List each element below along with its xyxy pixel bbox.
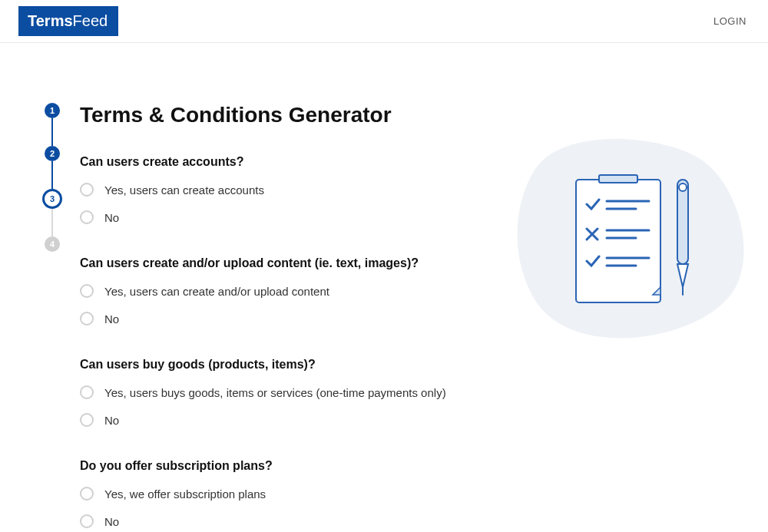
header: TermsFeed LOGIN bbox=[0, 0, 768, 43]
step-4: 4 bbox=[45, 236, 60, 252]
step-1[interactable]: 1 bbox=[45, 103, 60, 118]
logo-prefix: Terms bbox=[28, 12, 73, 30]
logo-suffix: Feed bbox=[73, 12, 108, 30]
option-label: Yes, users can create accounts bbox=[104, 183, 264, 197]
radio-icon bbox=[80, 210, 94, 224]
option-subscriptions-no[interactable]: No bbox=[80, 514, 510, 528]
option-goods-no[interactable]: No bbox=[80, 413, 510, 427]
option-label: No bbox=[104, 211, 119, 224]
svg-rect-0 bbox=[576, 180, 660, 302]
logo[interactable]: TermsFeed bbox=[18, 6, 118, 36]
question-title: Can users buy goods (products, items)? bbox=[80, 358, 510, 372]
checklist-illustration-icon bbox=[507, 135, 753, 350]
option-accounts-yes[interactable]: Yes, users can create accounts bbox=[80, 183, 510, 197]
option-label: Yes, users can create and/or upload cont… bbox=[104, 285, 329, 298]
stepper: 1 2 3 4 bbox=[25, 103, 80, 532]
step-connector bbox=[51, 118, 53, 146]
illustration bbox=[507, 135, 753, 350]
radio-icon bbox=[80, 385, 94, 399]
step-connector bbox=[51, 161, 53, 189]
radio-icon bbox=[80, 413, 94, 427]
option-goods-yes[interactable]: Yes, users buys goods, items or services… bbox=[80, 385, 510, 399]
option-label: Yes, we offer subscription plans bbox=[104, 487, 266, 501]
page-title: Terms & Conditions Generator bbox=[80, 103, 510, 127]
step-2[interactable]: 2 bbox=[45, 146, 60, 161]
radio-icon bbox=[80, 514, 94, 528]
option-content-no[interactable]: No bbox=[80, 312, 510, 325]
question-title: Can users create and/or upload content (… bbox=[80, 256, 510, 270]
content: 1 2 3 4 Terms & Conditions Generator Can… bbox=[0, 43, 768, 532]
radio-icon bbox=[80, 284, 94, 298]
svg-point-9 bbox=[679, 183, 687, 191]
option-content-yes[interactable]: Yes, users can create and/or upload cont… bbox=[80, 284, 510, 298]
question-title: Can users create accounts? bbox=[80, 155, 510, 169]
login-link[interactable]: LOGIN bbox=[713, 15, 746, 27]
step-connector bbox=[51, 209, 53, 236]
option-label: No bbox=[104, 312, 119, 325]
step-3[interactable]: 3 bbox=[42, 189, 62, 209]
question-accounts: Can users create accounts? Yes, users ca… bbox=[80, 155, 510, 224]
question-title: Do you offer subscription plans? bbox=[80, 459, 510, 473]
option-label: Yes, users buys goods, items or services… bbox=[104, 386, 446, 399]
radio-icon bbox=[80, 312, 94, 325]
svg-rect-1 bbox=[599, 175, 637, 183]
radio-icon bbox=[80, 183, 94, 197]
main-form: Terms & Conditions Generator Can users c… bbox=[80, 103, 510, 532]
option-subscriptions-yes[interactable]: Yes, we offer subscription plans bbox=[80, 487, 510, 501]
svg-rect-8 bbox=[677, 180, 688, 264]
option-label: No bbox=[104, 414, 119, 427]
question-subscriptions: Do you offer subscription plans? Yes, we… bbox=[80, 459, 510, 528]
question-goods: Can users buy goods (products, items)? Y… bbox=[80, 358, 510, 427]
option-accounts-no[interactable]: No bbox=[80, 210, 510, 224]
option-label: No bbox=[104, 515, 119, 528]
question-content: Can users create and/or upload content (… bbox=[80, 256, 510, 325]
radio-icon bbox=[80, 487, 94, 501]
